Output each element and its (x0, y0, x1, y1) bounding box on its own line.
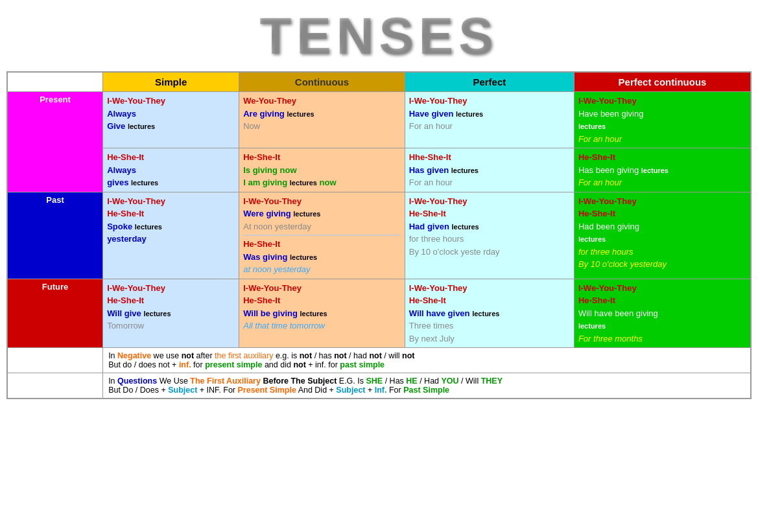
pcft-verb: Will have been giving (578, 308, 658, 318)
r1-past-simple: past simple (340, 360, 385, 369)
future-text: Future (42, 282, 68, 292)
simple-label: Simple (155, 76, 187, 87)
header-simple: Simple (103, 72, 239, 92)
cpt2-subject: He-She-It (243, 239, 280, 249)
r2-first-aux: The First Auxiliary (190, 376, 261, 386)
cpt-verb: Were giving (243, 209, 290, 218)
r1-text3: after (194, 351, 215, 360)
cp2-subject: He-She-It (243, 152, 280, 162)
perf-future: I-We-You-They He-She-It Will have given … (405, 279, 574, 348)
ppt-time1: for three hours (409, 234, 464, 244)
r1-text5: / has (312, 351, 334, 360)
remember-row-2: REMEMBER In Questions We Use The First A… (7, 373, 751, 399)
ppt-subject2: He-She-It (409, 209, 446, 218)
sft-time: Tomorrow (107, 321, 144, 330)
present-text: Present (40, 95, 71, 104)
r1-text1: In (108, 351, 117, 360)
cont-future: I-We-You-They He-She-It Will be giving l… (239, 279, 405, 348)
pp1-time: For an hour (409, 121, 453, 131)
simple-past: I-We-You-They He-She-It Spoke lectures y… (103, 192, 239, 279)
r2-subject2: Subject (336, 386, 365, 395)
r1-line2-2: for (191, 360, 206, 369)
sp1-verb: Give (107, 121, 125, 131)
sp1-noun: lectures (128, 122, 155, 130)
past-label: Past (7, 192, 103, 279)
present-row-2: He-She-It Always gives lectures He-She-I… (7, 148, 751, 192)
r1-not3: not (334, 351, 346, 360)
cont-present-1: We-You-They Are giving lectures Now (239, 92, 405, 148)
r2-inf2: Inf. (375, 386, 387, 395)
r2-they: THEY (481, 376, 503, 386)
remember-content-2: In Questions We Use The First Auxiliary … (103, 373, 751, 399)
pft-time2: By next July (409, 334, 455, 343)
r2-bold: Before The Subject (263, 376, 337, 386)
spt-time: yesterday (107, 234, 147, 244)
perfect-cont-label: Perfect continuous (619, 76, 707, 87)
r2-text6: / Had (418, 376, 442, 386)
sp2-noun: lectures (131, 179, 158, 187)
cp2-verb2: I am giving (243, 178, 287, 187)
r2-she: SHE (366, 376, 383, 386)
perf-present-2: Hhe-She-It Has given lectures For an hou… (405, 148, 574, 192)
cpt-time: At noon yesterday (243, 222, 311, 231)
remember-text-2: REMEMBER (32, 376, 78, 386)
pp2-noun: lectures (451, 167, 479, 174)
cp2-time2: now (320, 178, 337, 187)
r2-text1: In (108, 376, 117, 386)
cont-present-2: He-She-It Is giving now I am giving lect… (239, 148, 405, 192)
present-row: Present I-We-You-They Always Give lectur… (7, 92, 751, 148)
pft-subject1: I-We-You-They (409, 283, 468, 293)
cft-subject2: He-She-It (243, 295, 280, 305)
pcft-time: For three months (578, 334, 643, 343)
empty-header (7, 72, 103, 92)
spt-verb: Spoke (107, 222, 132, 231)
cft-verb: Will be giving (243, 308, 298, 318)
r1-not5: not (402, 351, 414, 360)
pcft-noun: lectures (578, 322, 606, 330)
cpt2-time: at noon yesterday (243, 264, 310, 274)
r2-text2: We Use (157, 376, 190, 386)
remember-label-1: REMEMBER (7, 348, 103, 373)
cp1-time: Now (243, 121, 260, 131)
remember-label-2: REMEMBER (7, 373, 103, 399)
tenses-table: Simple Continuous Perfect Perfect contin… (6, 71, 752, 399)
r2-subject: Subject (168, 386, 197, 395)
simple-present-1: I-We-You-They Always Give lectures (103, 92, 239, 148)
pcp2-verb: Has been giving (578, 165, 639, 175)
sp2-verb: gives (107, 178, 128, 187)
r1-line2-1: But do / does not + (108, 360, 179, 369)
r2-line2-5: For (387, 386, 404, 395)
cpt2-verb: Was giving (243, 252, 287, 262)
cp1-noun: lectures (287, 110, 314, 118)
pcp2-noun: lectures (641, 167, 669, 174)
r1-not: not (182, 351, 194, 360)
r2-present-simple2: Present Simple (238, 386, 296, 395)
pcft-subject2: He-She-It (578, 295, 615, 305)
future-label: Future (7, 279, 103, 348)
sp1-adverb: Always (107, 109, 136, 119)
cpt-subject: I-We-You-They (243, 196, 302, 206)
sft-verb: Will give (107, 308, 141, 318)
r2-line2-1: But Do / Does + (108, 386, 168, 395)
pcft-subject1: I-We-You-They (578, 283, 637, 293)
r1-negative: Negative (117, 351, 151, 360)
spt-noun: lectures (135, 223, 162, 231)
r2-past-simple2: Past Simple (403, 386, 449, 395)
pft-time1: Three times (409, 321, 454, 330)
pcpt-verb: Had been giving (578, 222, 639, 231)
past-text: Past (46, 195, 64, 205)
r1-text2: we use (151, 351, 182, 360)
r2-text7: / Will (459, 376, 481, 386)
cp1-verb: Are giving (243, 109, 285, 119)
ppt-noun: lectures (451, 223, 479, 231)
pcp1-noun: lectures (578, 122, 606, 130)
r1-not2: not (300, 351, 312, 360)
r1-text4: e.g. is (273, 351, 299, 360)
sp2-subject: He-She-It (107, 152, 144, 162)
r1-present-simple: present simple (205, 360, 262, 369)
simple-future: I-We-You-They He-She-It Will give lectur… (103, 279, 239, 348)
r1-first-aux: the first auxiliary (215, 351, 273, 360)
r2-line2-4: + (366, 386, 375, 395)
r1-inf: inf. (179, 360, 191, 369)
r1-text7: / will (382, 351, 402, 360)
